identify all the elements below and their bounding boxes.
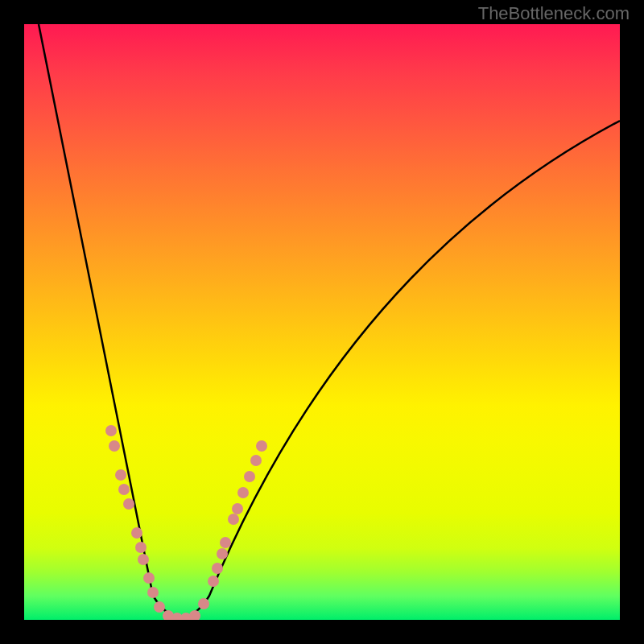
data-point bbox=[135, 542, 147, 553]
bottleneck-chart bbox=[24, 24, 620, 620]
data-point bbox=[256, 440, 267, 452]
data-point bbox=[228, 514, 239, 525]
watermark-text: TheBottleneck.com bbox=[478, 3, 630, 24]
bottleneck-curve-path bbox=[39, 24, 620, 618]
data-point bbox=[154, 601, 165, 613]
data-point bbox=[250, 455, 262, 466]
data-point bbox=[208, 576, 219, 587]
data-point bbox=[143, 572, 155, 584]
data-point bbox=[237, 487, 249, 498]
curve-container bbox=[24, 24, 620, 620]
data-point bbox=[115, 469, 126, 481]
data-point bbox=[189, 610, 200, 620]
data-point bbox=[109, 440, 120, 452]
data-point bbox=[212, 563, 223, 574]
data-point bbox=[147, 587, 159, 598]
data-point bbox=[105, 425, 117, 436]
data-point bbox=[198, 598, 209, 609]
data-point bbox=[118, 484, 130, 495]
data-point bbox=[131, 527, 142, 539]
data-point bbox=[232, 503, 243, 514]
data-point bbox=[123, 498, 134, 510]
data-point bbox=[220, 537, 231, 548]
data-point bbox=[244, 471, 255, 482]
data-point bbox=[217, 548, 228, 559]
data-point bbox=[138, 554, 149, 565]
